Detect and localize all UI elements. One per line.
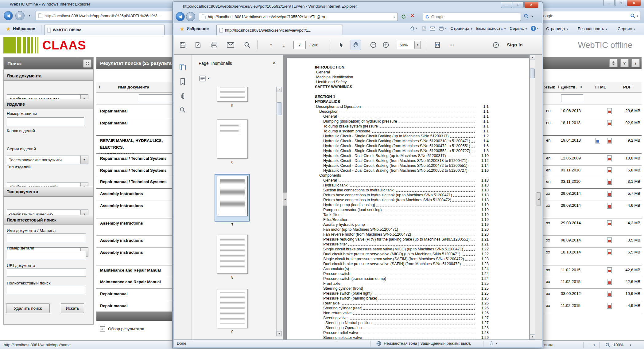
menu-page[interactable]: Страница ▼ bbox=[546, 26, 568, 31]
minimize-button[interactable]: — bbox=[603, 0, 615, 6]
results-info-button[interactable]: i bbox=[631, 59, 640, 67]
stop-button[interactable]: × bbox=[411, 12, 414, 19]
search-options-dropdown-icon[interactable]: ▼ bbox=[636, 15, 639, 18]
zoom-level[interactable]: 100% bbox=[613, 343, 623, 347]
close-button[interactable]: × bbox=[524, 2, 538, 8]
chevron-down-icon[interactable]: ▼ bbox=[593, 344, 596, 347]
sidebar-search-icon[interactable] bbox=[180, 107, 186, 113]
column-pdf[interactable]: PDF bbox=[623, 85, 631, 89]
pdf-file-icon[interactable] bbox=[607, 191, 612, 198]
document-name-input[interactable] bbox=[7, 233, 86, 242]
menu-safety[interactable]: Безопасность ▼ bbox=[578, 26, 608, 31]
bookmarks-icon[interactable] bbox=[180, 78, 186, 85]
pdf-file-icon[interactable] bbox=[607, 291, 612, 298]
menu-safety[interactable]: Безопасность ▼ bbox=[476, 26, 506, 31]
thumbnail-page-7[interactable] bbox=[217, 176, 248, 216]
scroll-up-button[interactable]: ▲ bbox=[277, 87, 282, 92]
thumbnails-scrollbar[interactable]: ▲ ▼ bbox=[276, 87, 282, 336]
feeds-icon[interactable] bbox=[421, 26, 426, 31]
select-tool-icon[interactable] bbox=[336, 40, 346, 50]
pdf-file-icon[interactable] bbox=[607, 179, 612, 186]
pdf-file-icon[interactable] bbox=[607, 249, 612, 256]
pdf-file-icon[interactable] bbox=[607, 155, 612, 162]
column-language[interactable]: Язык bbox=[544, 85, 555, 89]
pdf-file-icon[interactable] bbox=[607, 138, 612, 144]
pdf-file-icon[interactable] bbox=[607, 220, 612, 227]
history-dropdown-icon[interactable]: ▼ bbox=[28, 14, 31, 17]
back-button[interactable]: ◀ bbox=[176, 12, 185, 21]
tab-webtic-offline[interactable]: WebTIC Offline bbox=[44, 25, 165, 35]
html-file-icon[interactable] bbox=[596, 138, 600, 144]
sort-icon[interactable]: ▲▼ bbox=[557, 85, 559, 89]
date-filter-input[interactable] bbox=[561, 94, 583, 102]
menu-page[interactable]: Страница ▼ bbox=[450, 26, 473, 31]
email-icon[interactable] bbox=[430, 26, 435, 31]
help-icon[interactable]: ? ▼ bbox=[531, 26, 539, 31]
attachments-icon[interactable] bbox=[180, 93, 186, 100]
page-thumbnails-icon[interactable] bbox=[179, 63, 186, 71]
zoom-in-icon[interactable] bbox=[381, 40, 391, 50]
collapse-left-pane-button[interactable]: ◀ bbox=[283, 192, 287, 206]
print-icon[interactable]: ▼ bbox=[439, 26, 447, 31]
chevron-down-icon[interactable]: ▼ bbox=[393, 16, 395, 19]
share-icon[interactable] bbox=[193, 40, 203, 50]
document-scrollbar[interactable]: ▲ ▼ bbox=[530, 55, 535, 339]
favorites-star-icon[interactable]: ★ bbox=[6, 26, 10, 32]
refresh-button[interactable] bbox=[401, 14, 406, 19]
overview-checkbox[interactable]: ✓ bbox=[100, 326, 105, 331]
part-number-input[interactable] bbox=[7, 251, 86, 259]
results-help-button[interactable]: ? bbox=[620, 59, 629, 67]
pdf-file-icon[interactable] bbox=[607, 108, 612, 115]
hand-tool-icon[interactable] bbox=[351, 40, 361, 50]
address-bar[interactable]: http://localhost:8081/webtic/services/vi… bbox=[199, 13, 398, 21]
thumbnail-page-6[interactable] bbox=[217, 120, 248, 159]
menu-tools[interactable]: Сервис ▼ bbox=[618, 26, 635, 31]
search-icon[interactable] bbox=[524, 14, 529, 19]
results-settings-button[interactable] bbox=[609, 59, 618, 67]
pdf-file-icon[interactable] bbox=[607, 203, 612, 210]
panel-settings-button[interactable] bbox=[83, 59, 91, 68]
chevron-down-icon[interactable]: ▼ bbox=[445, 27, 447, 30]
pdf-file-icon[interactable] bbox=[607, 279, 612, 286]
column-document-name[interactable]: Имя документа bbox=[118, 85, 149, 89]
chevron-down-icon[interactable]: ▼ bbox=[414, 41, 421, 49]
email-icon[interactable] bbox=[225, 40, 236, 50]
zoom-icon[interactable] bbox=[605, 343, 610, 347]
scrollbar-thumb[interactable] bbox=[530, 69, 535, 78]
home-icon[interactable]: ▼ bbox=[410, 26, 418, 31]
pdf-file-icon[interactable] bbox=[607, 303, 612, 310]
forward-button[interactable]: ▶ bbox=[15, 11, 25, 20]
scrollbar-thumb[interactable] bbox=[277, 102, 281, 115]
forward-button[interactable]: ▶ bbox=[186, 12, 195, 21]
clear-search-button[interactable]: Удалить поиск bbox=[6, 303, 50, 313]
more-tools-icon[interactable]: ••• bbox=[447, 40, 457, 50]
thumbnail-options-button[interactable]: ▼ bbox=[199, 76, 210, 81]
sort-icon[interactable]: ▲▼ bbox=[99, 85, 100, 89]
fit-page-icon[interactable] bbox=[432, 40, 443, 50]
favorites-button[interactable]: Избранное bbox=[13, 26, 35, 31]
search-box[interactable]: G Google bbox=[423, 13, 521, 21]
close-button[interactable]: × bbox=[627, 0, 641, 6]
minimize-button[interactable]: — bbox=[501, 2, 512, 8]
column-date[interactable]: Действ. bbox=[561, 85, 577, 89]
sort-icon[interactable]: ▲▼ bbox=[580, 85, 582, 89]
maximize-button[interactable]: □ bbox=[513, 2, 524, 8]
save-icon[interactable] bbox=[177, 40, 188, 50]
document-uri-input[interactable] bbox=[7, 268, 86, 277]
chevron-down-icon[interactable]: ▼ bbox=[416, 27, 418, 30]
sign-in-button[interactable]: Sign In bbox=[507, 42, 523, 48]
favorites-button[interactable]: Избранное bbox=[187, 26, 209, 31]
search-button[interactable]: Искать bbox=[61, 303, 84, 313]
favorites-star-icon[interactable]: ★ bbox=[180, 26, 184, 32]
tab-pdf-document[interactable]: http://localhost:8081/webtic/services/vi… bbox=[216, 25, 343, 35]
next-page-icon[interactable]: ↓ bbox=[279, 40, 289, 50]
pdf-file-icon[interactable] bbox=[607, 167, 612, 174]
search-icon[interactable] bbox=[630, 13, 635, 18]
help-icon[interactable]: ? bbox=[491, 40, 501, 50]
machine-number-input[interactable] bbox=[7, 117, 84, 126]
chevron-down-icon[interactable]: ▼ bbox=[629, 344, 632, 347]
pdf-file-icon[interactable] bbox=[607, 120, 612, 127]
expand-right-pane-button[interactable]: ◀ bbox=[537, 192, 541, 206]
maximize-button[interactable]: □ bbox=[615, 0, 626, 6]
close-panel-icon[interactable]: ✕ bbox=[272, 60, 276, 66]
